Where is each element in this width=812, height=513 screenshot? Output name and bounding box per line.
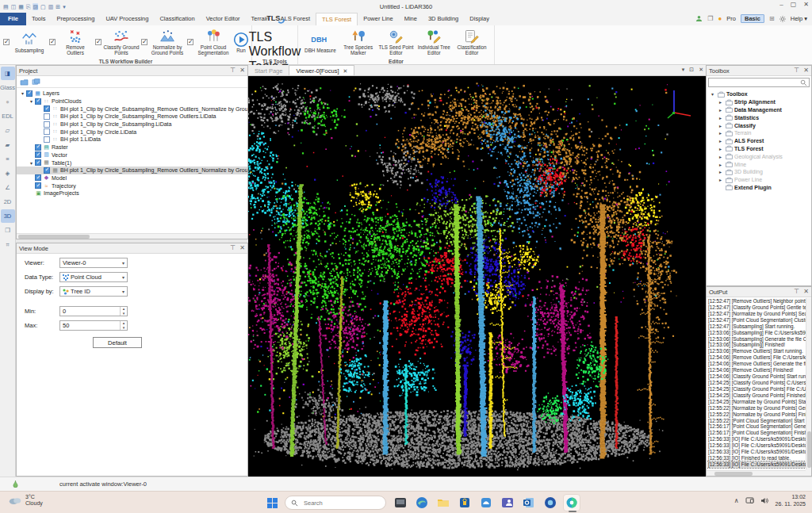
- output-line[interactable]: [12:56:17] [Point Cloud Segmentation] Ge…: [707, 423, 806, 430]
- editor-button-class_editor[interactable]: Classification Editor: [454, 29, 490, 56]
- pin-icon[interactable]: ⊤: [230, 244, 236, 252]
- expand-icon[interactable]: ▸: [717, 99, 724, 105]
- close-panel-icon[interactable]: ✕: [803, 288, 809, 296]
- run-button[interactable]: Run: [233, 32, 249, 53]
- tab-list-icon[interactable]: ▾: [682, 67, 685, 73]
- basic-mode-chip[interactable]: Basic: [741, 14, 764, 23]
- apps-grid-icon[interactable]: ⊞: [769, 15, 775, 22]
- toolbox-item-extend-plugin[interactable]: Extend Plugin: [707, 184, 811, 192]
- output-line[interactable]: [12:55:22] [Normalize by Ground Points] …: [707, 412, 806, 418]
- menu-item-display[interactable]: Display: [464, 13, 495, 25]
- output-line[interactable]: [12:55:22] [Normalize by Ground Points] …: [707, 405, 806, 412]
- pin-icon[interactable]: ⊤: [230, 67, 236, 75]
- output-line[interactable]: [12:54:25] [Classify Ground Points] Fini…: [707, 392, 806, 399]
- security-app-icon[interactable]: [456, 494, 473, 511]
- sphere-icon[interactable]: ●: [1, 95, 15, 109]
- workflow-button-segmentation[interactable]: Point Cloud Segmentation: [195, 29, 232, 56]
- default-button[interactable]: Default: [93, 337, 142, 348]
- workflow-button-normalize[interactable]: Normalize by Ground Points: [149, 29, 186, 56]
- output-line[interactable]: [12:56:33] [IO] File C:/Users/ks59091/De…: [707, 442, 806, 449]
- settings-icon[interactable]: ⊞: [56, 3, 60, 10]
- output-line[interactable]: [12:52:47] [Subsampling] Start running.: [707, 323, 806, 330]
- teams-app-icon[interactable]: [499, 494, 516, 511]
- menu-item-power-line[interactable]: Power Line: [358, 13, 399, 25]
- glass-mode[interactable]: Glass: [1, 81, 15, 94]
- editor-button-tree_species[interactable]: Tree Species Marker: [340, 29, 377, 56]
- project-tree-item[interactable]: ∷BH plot 1_Clip by Circle_Subsampling_Re…: [17, 113, 247, 121]
- float-window-icon[interactable]: ⊡: [689, 67, 694, 73]
- 3d-mode[interactable]: 3D: [1, 209, 15, 223]
- project-tree-item[interactable]: ∷BH plot 1_Clip by Circle.LiData: [17, 128, 247, 136]
- 2d-mode[interactable]: 2D: [1, 195, 15, 209]
- output-line[interactable]: [12:54:25] [Classify Ground Points] File…: [707, 386, 806, 392]
- edge-browser-icon[interactable]: [413, 494, 431, 511]
- layer-checkbox[interactable]: [35, 159, 41, 166]
- gear-icon[interactable]: [779, 16, 786, 22]
- menu-item-tls-forest[interactable]: TLS Forest: [316, 13, 358, 25]
- expand-icon[interactable]: ▸: [717, 169, 724, 174]
- layer-checkbox[interactable]: [44, 105, 50, 112]
- layer-checkbox[interactable]: [44, 128, 50, 135]
- toolbox-item-3d-building[interactable]: ▸3D Building: [707, 168, 811, 176]
- output-vscrollbar[interactable]: [806, 298, 811, 469]
- export-icon[interactable]: ▥: [48, 3, 54, 10]
- project-tree-item[interactable]: ▾▦Layers: [17, 90, 247, 98]
- workflow-button-remove_outliers[interactable]: Remove Outliers: [57, 29, 94, 56]
- min-spinner[interactable]: 0▴▾: [59, 306, 128, 316]
- output-line[interactable]: [12:54:06] [Remove Outliers] Finished!: [707, 367, 806, 373]
- workflow-checkbox-remove_outliers[interactable]: [49, 39, 56, 45]
- toolbox-item-terrain[interactable]: ▸Terrain: [707, 129, 811, 137]
- save-icon[interactable]: ▦: [18, 3, 24, 10]
- expand-icon[interactable]: ▸: [717, 146, 724, 151]
- taskbar-search-input[interactable]: [302, 499, 380, 507]
- workflow-checkbox-subsampling[interactable]: [3, 39, 10, 45]
- menu-item-preprocessing[interactable]: Preprocessing: [51, 13, 100, 25]
- wire-cube-icon[interactable]: ▱: [1, 124, 15, 137]
- workflow-checkbox-classify_ground[interactable]: [95, 39, 102, 45]
- expand-icon[interactable]: ▸: [717, 130, 724, 136]
- layout-icon[interactable]: ❐: [707, 15, 713, 22]
- toolbox-item-statistics[interactable]: ▸Statistics: [707, 113, 811, 121]
- output-line[interactable]: [12:56:17] [Point Cloud Segmentation] Fi…: [707, 430, 806, 436]
- toolbox-item-classify[interactable]: ▸Classify: [707, 121, 811, 129]
- output-line[interactable]: [12:56:33] [IO] File C:/Users/ks59091/De…: [707, 436, 806, 442]
- close-panel-icon[interactable]: ✕: [239, 244, 245, 252]
- add-dataset-icon[interactable]: [32, 78, 40, 86]
- project-tree-item[interactable]: ▤Raster: [17, 144, 247, 151]
- expand-icon[interactable]: ▾: [19, 90, 26, 96]
- output-hscrollbar[interactable]: [707, 470, 806, 476]
- output-line[interactable]: [12:56:33] [IO] File C:/Users/ks59091/De…: [707, 461, 806, 468]
- project-tree-item[interactable]: ◆Model: [17, 174, 247, 182]
- project-tree-item[interactable]: ∷BH plot 1_Clip by Circle_Subsampling.Li…: [17, 121, 247, 128]
- display-by-select[interactable]: Tree ID▾: [59, 286, 128, 297]
- layer-checkbox[interactable]: [35, 182, 41, 189]
- open-file-icon[interactable]: ◫: [11, 3, 17, 10]
- close-panel-icon[interactable]: ✕: [803, 67, 809, 75]
- project-tree-item[interactable]: ▣ImageProjects: [17, 190, 247, 197]
- project-tree-item[interactable]: ∷BH plot 1.LiData: [17, 136, 247, 144]
- output-line[interactable]: [12:52:47] [Classify Ground Points] Gent…: [707, 304, 806, 311]
- window-icon[interactable]: ▢: [40, 3, 46, 10]
- solid-cube-icon[interactable]: ▰: [1, 138, 15, 151]
- toolbox-item-geological-analysis[interactable]: ▸Geological Analysis: [707, 152, 811, 160]
- copilot-app-icon[interactable]: [477, 494, 495, 511]
- output-line[interactable]: [12:53:06] [Remove Outliers] Start runni…: [707, 348, 806, 354]
- editor-button-tree_editor[interactable]: Individual Tree Editor: [416, 29, 452, 56]
- menu-item-file[interactable]: File: [0, 13, 26, 25]
- toolbox-item-als-forest[interactable]: ▸ALS Forest: [707, 137, 811, 145]
- editor-button-dbh[interactable]: DBHDBH Measure: [302, 32, 339, 53]
- new-file-icon[interactable]: ▤: [3, 3, 9, 10]
- menu-item-mine[interactable]: Mine: [399, 13, 423, 25]
- toolbox-item-mine[interactable]: ▸Mine: [707, 160, 811, 168]
- maximize-button[interactable]: ▢: [791, 1, 797, 8]
- output-line[interactable]: [12:55:22] [Point Cloud Segmentation] St…: [707, 418, 806, 424]
- toolbox-item-strip-alignment[interactable]: ▸Strip Alignment: [707, 98, 811, 106]
- expand-icon[interactable]: ▸: [717, 123, 724, 128]
- layer-checkbox[interactable]: [35, 151, 41, 158]
- expand-icon[interactable]: ▾: [709, 91, 716, 97]
- layer-checkbox[interactable]: [35, 174, 41, 181]
- minimize-button[interactable]: –: [779, 1, 783, 8]
- taskbar-clock[interactable]: 13:02 26. 11. 2025: [776, 494, 806, 507]
- speaker-icon[interactable]: [760, 497, 769, 504]
- toolbox-item-tls-forest[interactable]: ▸TLS Forest: [707, 145, 811, 153]
